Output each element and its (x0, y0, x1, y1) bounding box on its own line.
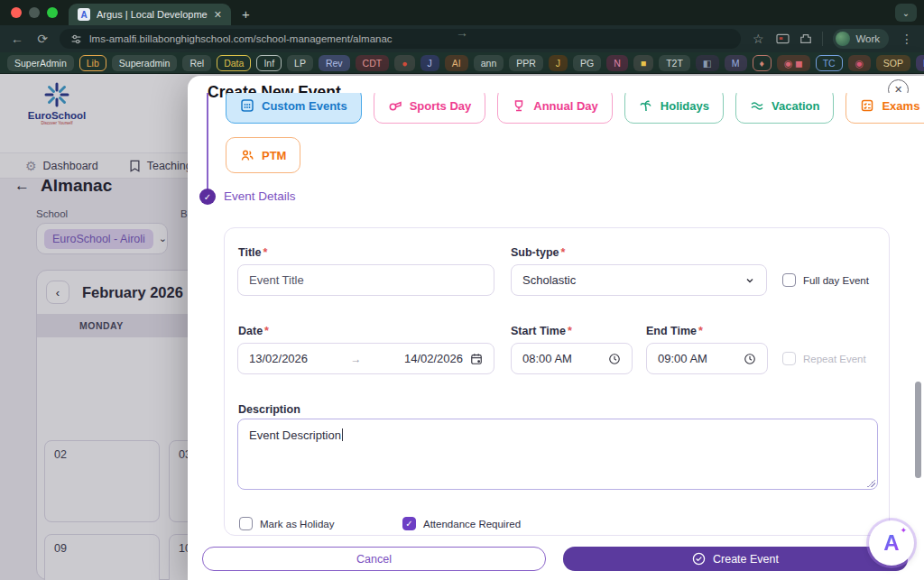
event-type-label: Holidays (661, 99, 709, 113)
end-time-value: 09:00 AM (658, 352, 736, 365)
minimize-window-button[interactable] (29, 7, 40, 18)
grid-icon (240, 98, 254, 113)
fullday-label: Full day Event (803, 275, 869, 286)
description-label: Description (238, 403, 300, 416)
event-type-label: Exams (882, 99, 919, 113)
repeat-checkbox-row: Repeat Event (782, 352, 866, 365)
bookmark-chip[interactable]: J (420, 55, 439, 71)
event-type-holidays[interactable]: Holidays (624, 93, 724, 124)
bookmarks-bar: SuperAdminLibSuperadminRelDataInfLPRevCD… (0, 52, 924, 74)
bookmark-chip[interactable]: ♦ (753, 55, 772, 71)
resize-handle-icon[interactable] (867, 479, 875, 487)
start-time-input[interactable]: 08:00 AM (511, 343, 633, 374)
bookmark-chip[interactable]: PG (573, 55, 601, 71)
bookmark-chip[interactable]: ◧ (696, 55, 719, 71)
tab-close-icon[interactable]: ✕ (214, 9, 222, 21)
event-type-annual-day[interactable]: Annual Day (497, 93, 613, 124)
browser-tab[interactable]: A Argus | Local Development ✕ (69, 4, 231, 25)
people-icon (240, 148, 254, 162)
event-type-label: Sports Day (410, 99, 472, 113)
event-type-exams[interactable]: Exams (845, 93, 924, 124)
date-range-arrow: → (315, 353, 397, 365)
bookmark-chip[interactable]: AI (445, 55, 468, 71)
attendance-label: Attendance Required (423, 519, 521, 529)
bookmark-chip[interactable]: ann (474, 55, 504, 71)
bookmark-chip[interactable]: ◉ ◼ (777, 55, 810, 71)
check-circle-icon (692, 552, 706, 566)
fullday-checkbox-row[interactable]: Full day Event (782, 273, 869, 287)
browser-toolbar: ← → ⟳ lms-amalfi.billabonghighschool.com… (0, 25, 924, 52)
event-type-label: Custom Events (262, 99, 347, 113)
window-controls (0, 7, 69, 25)
fullscreen-window-button[interactable] (47, 7, 58, 18)
date-end-value: 14/02/2026 (404, 352, 463, 365)
wave-icon (750, 98, 764, 113)
create-event-button[interactable]: Create Event (563, 547, 908, 571)
attendance-checkbox-row[interactable]: ✓ Attendance Required (402, 517, 521, 530)
assistant-bubble-button[interactable]: A ✦ (869, 520, 914, 566)
description-textarea[interactable]: Event Description (237, 419, 878, 490)
holiday-checkbox[interactable] (239, 517, 253, 530)
whistle-icon (388, 98, 402, 113)
stepper-line (207, 93, 208, 189)
tab-search-chevron-icon[interactable]: ⌄ (895, 4, 917, 22)
description-value: Event Description (249, 428, 341, 442)
bookmark-chip[interactable]: ■ (633, 55, 653, 71)
title-input[interactable] (237, 264, 494, 296)
start-time-value: 08:00 AM (522, 352, 601, 365)
event-type-label: Annual Day (533, 99, 598, 113)
step-label: Event Details (224, 189, 296, 203)
bookmark-chip[interactable]: Lib (79, 55, 106, 71)
bookmark-chip[interactable]: J (549, 55, 568, 71)
clock-icon (608, 353, 621, 365)
date-label: Date* (238, 325, 269, 337)
bookmark-chip[interactable]: Rel (182, 55, 211, 71)
bookmark-chip[interactable]: Learn (916, 55, 924, 71)
title-label: Title* (238, 246, 267, 259)
bookmark-chip[interactable]: Rev (319, 55, 350, 71)
bookmark-chip[interactable]: N (606, 55, 628, 71)
fullday-checkbox[interactable] (782, 273, 796, 287)
bookmark-chip[interactable]: PPR (509, 55, 543, 71)
subtype-select[interactable]: Scholastic (511, 264, 767, 296)
chevron-down-icon (744, 275, 755, 286)
tab-strip: A Argus | Local Development ✕ + ⌄ (0, 0, 924, 25)
date-range-input[interactable]: 13/02/2026 → 14/02/2026 (237, 343, 494, 374)
event-type-ptm[interactable]: PTM (226, 137, 300, 173)
forward-icon[interactable]: → (0, 25, 924, 52)
end-time-label: End Time* (646, 325, 703, 337)
event-type-label: PTM (262, 149, 286, 162)
bookmark-chip[interactable]: TC (816, 55, 843, 71)
new-tab-button[interactable]: + (242, 6, 250, 22)
calendar-icon (470, 353, 483, 365)
bookmark-chip[interactable]: Superadmin (112, 55, 178, 71)
bookmark-chip[interactable]: SOP (876, 55, 910, 71)
event-type-custom-events[interactable]: Custom Events (226, 93, 362, 124)
repeat-label: Repeat Event (803, 354, 866, 364)
event-type-vacation[interactable]: Vacation (735, 93, 834, 124)
bookmarks-list: SuperAdminLibSuperadminRelDataInfLPRevCD… (7, 55, 924, 71)
holiday-label: Mark as Holiday (260, 519, 334, 529)
event-type-sports-day[interactable]: Sports Day (374, 93, 486, 124)
scrollbar-thumb[interactable] (915, 382, 921, 478)
bookmark-chip[interactable]: ◉ (848, 55, 871, 71)
ptm-chip-row: PTM (226, 137, 300, 173)
cancel-button[interactable]: Cancel (202, 547, 546, 571)
bookmark-chip[interactable]: CDT (356, 55, 390, 71)
end-time-input[interactable]: 09:00 AM (646, 343, 768, 374)
bookmark-chip[interactable]: T2T (659, 55, 690, 71)
assistant-logo: A (883, 530, 899, 556)
attendance-checkbox[interactable]: ✓ (402, 517, 416, 530)
bookmark-chip[interactable]: M (725, 55, 747, 71)
event-type-label: Vacation (772, 99, 819, 113)
bookmark-chip[interactable]: SuperAdmin (7, 55, 74, 71)
holiday-checkbox-row[interactable]: Mark as Holiday (239, 517, 334, 530)
bookmark-chip[interactable]: LP (287, 55, 313, 71)
close-window-button[interactable] (11, 7, 22, 18)
step-check-icon: ✓ (199, 189, 216, 205)
create-event-modal: Create New Event ✕ Custom EventsSports D… (188, 76, 924, 580)
bookmark-chip[interactable]: ● (394, 55, 414, 71)
bookmark-chip[interactable]: Inf (256, 55, 282, 71)
subtype-value: Scholastic (522, 273, 576, 287)
bookmark-chip[interactable]: Data (217, 55, 251, 71)
